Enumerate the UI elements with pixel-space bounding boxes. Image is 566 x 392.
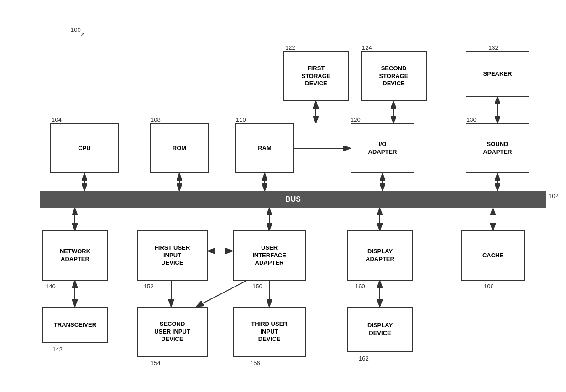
transceiver-box: TRANSCEIVER: [42, 307, 108, 343]
bus-label: BUS: [285, 195, 301, 204]
sound-adapter-ref: 130: [466, 116, 477, 123]
display-adapter-box: DISPLAYADAPTER: [347, 230, 413, 281]
user-interface-adapter-ref: 150: [252, 283, 262, 290]
ram-ref: 110: [236, 116, 246, 123]
diagram: 100 ↗ BUS 102 CPU 104 ROM 108 RAM 110 I/…: [0, 0, 566, 392]
title-arrow: ↗: [80, 31, 85, 38]
first-user-input-ref: 152: [144, 283, 154, 290]
transceiver-ref: 142: [52, 346, 63, 353]
second-user-input-ref: 154: [151, 360, 161, 366]
svg-line-15: [196, 281, 246, 307]
second-storage-box: SECONDSTORAGEDEVICE: [361, 51, 427, 101]
ram-box: RAM: [235, 123, 294, 173]
network-adapter-box: NETWORKADAPTER: [42, 230, 108, 281]
display-device-ref: 162: [359, 355, 369, 362]
cache-box: CACHE: [461, 230, 525, 281]
io-adapter-box: I/OADAPTER: [351, 123, 414, 173]
cpu-ref: 104: [52, 116, 62, 123]
cache-ref: 106: [484, 283, 494, 290]
rom-box: ROM: [150, 123, 209, 173]
display-adapter-ref: 160: [355, 283, 365, 290]
diagram-title-label: 100: [71, 26, 81, 33]
third-user-input-ref: 156: [250, 360, 260, 366]
io-adapter-ref: 120: [351, 116, 361, 123]
bus-ref: 102: [549, 193, 559, 199]
bus-bar: BUS: [40, 191, 546, 208]
first-storage-box: FIRSTSTORAGEDEVICE: [283, 51, 349, 101]
rom-ref: 108: [151, 116, 161, 123]
network-adapter-ref: 140: [46, 283, 56, 290]
user-interface-adapter-box: USERINTERFACEADAPTER: [233, 230, 306, 281]
first-storage-ref: 122: [285, 44, 295, 51]
speaker-box: SPEAKER: [466, 51, 529, 97]
third-user-input-box: THIRD USERINPUTDEVICE: [233, 307, 306, 357]
speaker-ref: 132: [488, 44, 498, 51]
cpu-box: CPU: [50, 123, 119, 173]
first-user-input-box: FIRST USERINPUTDEVICE: [137, 230, 208, 281]
second-storage-ref: 124: [362, 44, 372, 51]
sound-adapter-box: SOUNDADAPTER: [466, 123, 529, 173]
second-user-input-box: SECONDUSER INPUTDEVICE: [137, 307, 208, 357]
display-device-box: DISPLAYDEVICE: [347, 307, 413, 352]
